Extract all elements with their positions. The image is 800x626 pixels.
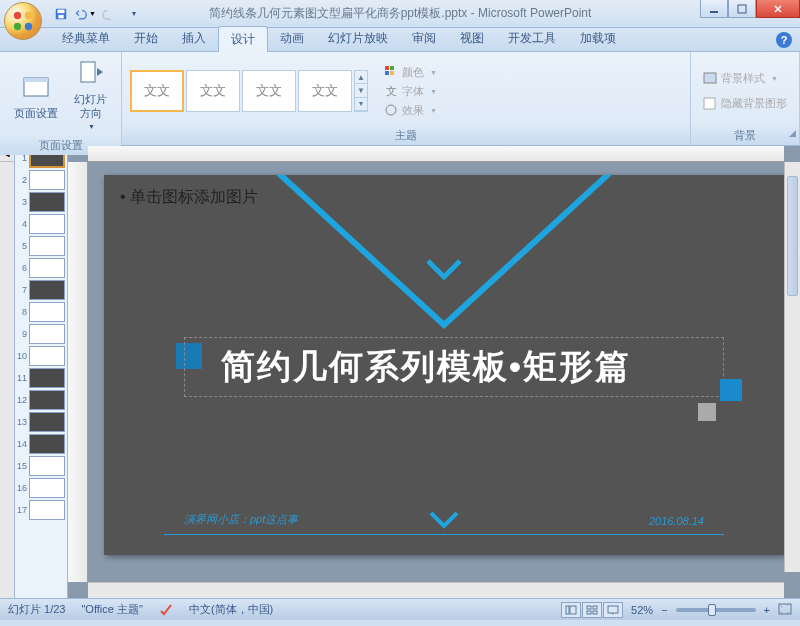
thumbnails-pane[interactable]: 1234567891011121314151617 [15, 146, 68, 598]
thumbnail[interactable] [29, 390, 65, 410]
thumbnail-row[interactable]: 10 [17, 346, 65, 366]
svg-rect-10 [24, 78, 48, 82]
theme-colors-button[interactable]: 颜色▼ [380, 63, 441, 82]
theme-item[interactable]: 文文 [130, 70, 184, 112]
slide-editor[interactable]: • 单击图标添加图片 简约几何系列模板•矩形篇 演界网小店：ppt这点事 201… [68, 146, 800, 598]
title-placeholder[interactable]: 简约几何系列模板•矩形篇 [184, 337, 724, 397]
svg-text:文: 文 [386, 85, 397, 97]
svg-rect-24 [587, 611, 591, 614]
tab-review[interactable]: 审阅 [400, 26, 448, 51]
maximize-button[interactable] [728, 0, 756, 18]
thumbnail-row[interactable]: 14 [17, 434, 65, 454]
slide-orientation-button[interactable]: 幻灯片 方向▼ [68, 56, 113, 136]
theme-fonts-button[interactable]: 文字体▼ [380, 82, 441, 101]
save-button[interactable] [50, 3, 72, 25]
theme-gallery-nav[interactable]: ▲▼▾ [354, 70, 368, 112]
tab-addins[interactable]: 加载项 [568, 26, 628, 51]
tab-developer[interactable]: 开发工具 [496, 26, 568, 51]
tab-animation[interactable]: 动画 [268, 26, 316, 51]
thumbnail-row[interactable]: 9 [17, 324, 65, 344]
zoom-out-button[interactable]: − [661, 604, 667, 616]
thumbnail-row[interactable]: 8 [17, 302, 65, 322]
thumbnail-row[interactable]: 6 [17, 258, 65, 278]
thumbnail[interactable] [29, 192, 65, 212]
statusbar: 幻灯片 1/23 "Office 主题" 中文(简体，中国) 52% − + [0, 598, 800, 620]
thumbnail[interactable] [29, 214, 65, 234]
thumbnail-row[interactable]: 16 [17, 478, 65, 498]
thumbnail-row[interactable]: 17 [17, 500, 65, 520]
slide-canvas[interactable]: • 单击图标添加图片 简约几何系列模板•矩形篇 演界网小店：ppt这点事 201… [104, 175, 784, 555]
thumbnail[interactable] [29, 236, 65, 256]
redo-button[interactable] [98, 3, 120, 25]
thumbnail[interactable] [29, 170, 65, 190]
zoom-percent[interactable]: 52% [631, 604, 653, 616]
svg-rect-7 [710, 11, 718, 13]
theme-item[interactable]: 文文 [298, 70, 352, 112]
horizontal-scrollbar[interactable] [88, 582, 784, 598]
thumbnail[interactable] [29, 412, 65, 432]
close-button[interactable] [756, 0, 800, 18]
vertical-scrollbar[interactable] [784, 162, 800, 572]
thumbnail-row[interactable]: 5 [17, 236, 65, 256]
zoom-slider[interactable] [676, 608, 756, 612]
qat-customize[interactable]: ▼ [122, 3, 144, 25]
thumbnail-row[interactable]: 13 [17, 412, 65, 432]
thumbnail-row[interactable]: 4 [17, 214, 65, 234]
svg-rect-25 [593, 611, 597, 614]
thumbnail[interactable] [29, 478, 65, 498]
tab-view[interactable]: 视图 [448, 26, 496, 51]
thumbnail-row[interactable]: 3 [17, 192, 65, 212]
thumbnail-row[interactable]: 7 [17, 280, 65, 300]
thumbnail-row[interactable]: 15 [17, 456, 65, 476]
thumbnail-row[interactable]: 2 [17, 170, 65, 190]
fit-window-button[interactable] [778, 603, 792, 617]
theme-item[interactable]: 文文 [186, 70, 240, 112]
thumbnail[interactable] [29, 258, 65, 278]
tab-design[interactable]: 设计 [218, 26, 268, 52]
thumbnail[interactable] [29, 346, 65, 366]
outline-pane[interactable]: ◄ [0, 146, 15, 598]
thumbnail-number: 15 [17, 461, 29, 471]
zoom-in-button[interactable]: + [764, 604, 770, 616]
undo-button[interactable]: ▼ [74, 3, 96, 25]
ruler-vertical [68, 162, 88, 582]
tab-home[interactable]: 开始 [122, 26, 170, 51]
minimize-button[interactable] [700, 0, 728, 18]
theme-item[interactable]: 文文 [242, 70, 296, 112]
svg-rect-19 [704, 98, 715, 109]
thumbnail[interactable] [29, 434, 65, 454]
svg-rect-5 [58, 9, 65, 13]
tab-classic-menu[interactable]: 经典菜单 [50, 26, 122, 51]
slide-title-text: 简约几何系列模板•矩形篇 [221, 344, 631, 390]
background-styles-button[interactable]: 背景样式▼ [699, 69, 791, 88]
thumbnail[interactable] [29, 456, 65, 476]
svg-point-0 [14, 12, 21, 19]
svg-rect-11 [81, 62, 95, 82]
thumbnail-row[interactable]: 12 [17, 390, 65, 410]
thumbnail[interactable] [29, 280, 65, 300]
tab-insert[interactable]: 插入 [170, 26, 218, 51]
svg-rect-15 [390, 71, 394, 75]
hide-background-checkbox[interactable]: 隐藏背景图形 [699, 94, 791, 113]
thumbnail[interactable] [29, 324, 65, 344]
language-indicator[interactable]: 中文(简体，中国) [189, 602, 273, 617]
normal-view-button[interactable] [561, 602, 581, 618]
picture-placeholder-text[interactable]: • 单击图标添加图片 [120, 187, 258, 208]
thumbnail[interactable] [29, 302, 65, 322]
office-button[interactable] [4, 2, 42, 40]
thumbnail-number: 16 [17, 483, 29, 493]
help-icon[interactable]: ? [776, 32, 792, 48]
slideshow-view-button[interactable] [603, 602, 623, 618]
thumbnail-number: 12 [17, 395, 29, 405]
thumbnail[interactable] [29, 368, 65, 388]
tab-slideshow[interactable]: 幻灯片放映 [316, 26, 400, 51]
thumbnail-row[interactable]: 11 [17, 368, 65, 388]
thumbnail-number: 5 [17, 241, 29, 251]
sorter-view-button[interactable] [582, 602, 602, 618]
thumbnail[interactable] [29, 500, 65, 520]
theme-effects-button[interactable]: 效果▼ [380, 101, 441, 120]
spellcheck-icon[interactable] [159, 602, 173, 618]
page-setup-button[interactable]: 页面设置 [8, 70, 64, 122]
thumbnail-number: 4 [17, 219, 29, 229]
theme-gallery[interactable]: 文文 文文 文文 文文 ▲▼▾ [130, 70, 368, 112]
